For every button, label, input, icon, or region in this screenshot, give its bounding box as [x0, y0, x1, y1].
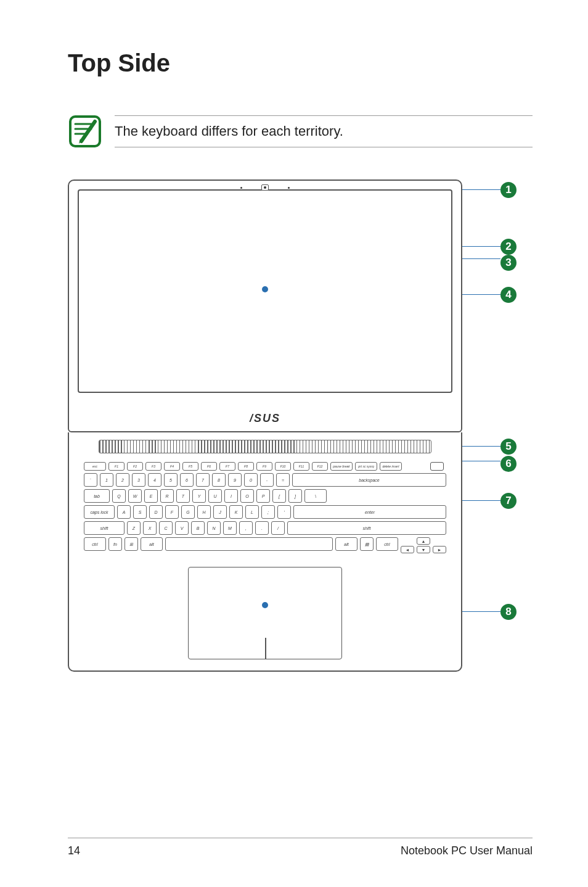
- key-ctrl-left: ctrl: [84, 537, 106, 551]
- key-q: Q: [112, 489, 126, 503]
- key-a: A: [117, 505, 131, 519]
- callout-1: 1: [500, 182, 517, 198]
- key-arrow-right: ►: [433, 546, 446, 553]
- key-x: X: [143, 521, 157, 535]
- key-slash: /: [271, 521, 285, 535]
- key-l: L: [245, 505, 259, 519]
- key-u: U: [208, 489, 222, 503]
- microphone-dot: [240, 187, 242, 189]
- camera-icon: [261, 184, 269, 191]
- brand-logo: /SUS: [250, 412, 280, 425]
- touchpad: [188, 567, 342, 659]
- indicator-dot: [262, 602, 268, 608]
- key-f3: F3: [145, 462, 161, 471]
- key-prtsc: prt sc sysrq: [355, 462, 377, 471]
- key-f11: F11: [293, 462, 309, 471]
- key-arrow-down: ▼: [417, 546, 430, 553]
- callout-4: 4: [500, 287, 517, 303]
- key-tab: tab: [84, 489, 110, 503]
- key-c: C: [159, 521, 173, 535]
- key-z: Z: [127, 521, 141, 535]
- key-enter: enter: [293, 505, 446, 519]
- key-9: 9: [228, 473, 242, 487]
- key-esc: esc: [84, 462, 106, 471]
- laptop-diagram: 1 2 3 4 5 6 7 8 /SUS esc F1 F2: [68, 179, 536, 672]
- display-panel: [78, 189, 452, 393]
- key-period: .: [255, 521, 269, 535]
- key-f6: F6: [201, 462, 217, 471]
- key-7: 7: [196, 473, 210, 487]
- footer-title: Notebook PC User Manual: [401, 844, 533, 857]
- key-k: K: [229, 505, 243, 519]
- note-text: The keyboard differs for each territory.: [115, 115, 533, 147]
- key-shift-right: shift: [287, 521, 446, 535]
- key-y: Y: [192, 489, 206, 503]
- note-callout: The keyboard differs for each territory.: [68, 114, 533, 149]
- key-equals: =: [276, 473, 290, 487]
- page-title: Top Side: [68, 49, 533, 77]
- key-t: T: [176, 489, 190, 503]
- key-1: 1: [100, 473, 113, 487]
- key-pause: pause break: [330, 462, 353, 471]
- key-backspace: backspace: [292, 473, 446, 487]
- key-delete: delete insert: [380, 462, 402, 471]
- key-comma: ,: [239, 521, 253, 535]
- key-f: F: [165, 505, 179, 519]
- power-button: [430, 462, 444, 471]
- touchpad-divider: [265, 638, 266, 659]
- keyboard-area: esc F1 F2 F3 F4 F5 F6 F7 F8 F9 F10 F11 F…: [80, 458, 450, 559]
- key-arrow-left: ◄: [401, 546, 414, 553]
- key-f2: F2: [127, 462, 143, 471]
- key-5: 5: [164, 473, 178, 487]
- key-f9: F9: [256, 462, 272, 471]
- key-space: [165, 537, 333, 551]
- key-f12: F12: [312, 462, 328, 471]
- key-0: 0: [244, 473, 258, 487]
- key-ctrl-right: ctrl: [376, 537, 398, 551]
- key-lbracket: [: [272, 489, 286, 503]
- key-d: D: [149, 505, 163, 519]
- key-fn: fn: [108, 537, 122, 551]
- key-backslash: \: [304, 489, 327, 503]
- key-f4: F4: [164, 462, 180, 471]
- speaker-grille: [99, 440, 431, 453]
- page-footer: 14 Notebook PC User Manual: [68, 838, 533, 857]
- key-shift-left: shift: [84, 521, 125, 535]
- key-n: N: [207, 521, 221, 535]
- key-g: G: [181, 505, 195, 519]
- key-minus: -: [260, 473, 274, 487]
- key-j: J: [213, 505, 227, 519]
- key-f10: F10: [275, 462, 291, 471]
- key-3: 3: [132, 473, 145, 487]
- callout-7: 7: [500, 493, 517, 509]
- key-p: P: [256, 489, 270, 503]
- key-alt-right: alt: [335, 537, 357, 551]
- key-f1: F1: [108, 462, 125, 471]
- key-v: V: [175, 521, 189, 535]
- key-h: H: [197, 505, 211, 519]
- key-8: 8: [212, 473, 226, 487]
- key-o: O: [240, 489, 254, 503]
- key-s: S: [133, 505, 147, 519]
- indicator-dot: [262, 286, 268, 292]
- key-alt-left: alt: [141, 537, 163, 551]
- key-rbracket: ]: [288, 489, 302, 503]
- laptop-lid: /SUS: [68, 179, 462, 432]
- callout-5: 5: [500, 439, 517, 455]
- key-6: 6: [180, 473, 194, 487]
- key-f8: F8: [238, 462, 254, 471]
- callout-8: 8: [500, 604, 517, 620]
- key-f5: F5: [182, 462, 198, 471]
- key-backtick: `: [84, 473, 97, 487]
- callout-3: 3: [500, 255, 517, 271]
- key-4: 4: [148, 473, 161, 487]
- laptop-base: esc F1 F2 F3 F4 F5 F6 F7 F8 F9 F10 F11 F…: [68, 432, 462, 672]
- key-b: B: [191, 521, 205, 535]
- key-menu: ▤: [360, 537, 374, 551]
- key-quote: ': [277, 505, 291, 519]
- callout-6: 6: [500, 456, 517, 472]
- key-e: E: [144, 489, 158, 503]
- key-r: R: [160, 489, 174, 503]
- microphone-dot: [288, 187, 290, 189]
- key-m: M: [223, 521, 237, 535]
